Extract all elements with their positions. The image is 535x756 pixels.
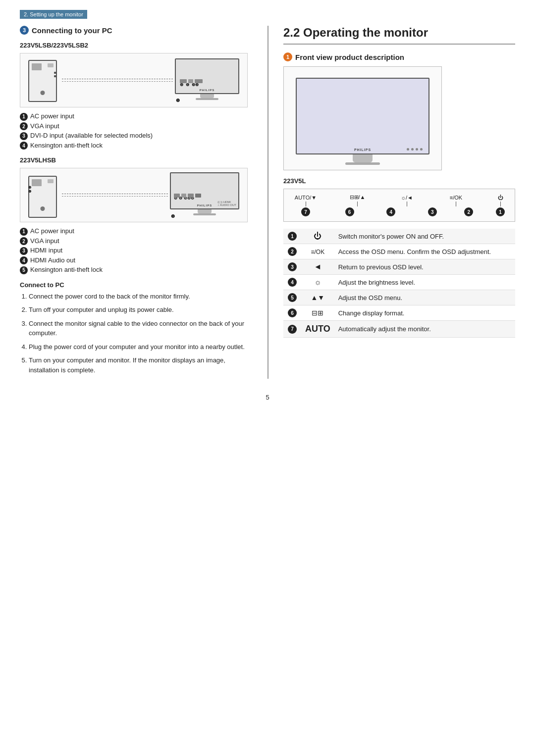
auto-icon: AUTO	[305, 324, 330, 334]
row4-desc: Adjust the brightness level.	[334, 275, 515, 290]
btn-label-power: ⏻	[493, 195, 508, 201]
table-row: 4 ☼ Adjust the brightness level.	[283, 275, 515, 290]
table-row: 2 ≡/OK Access the OSD menu. Confirm the …	[283, 244, 515, 259]
list-item: 4Kensington anti-theft lock	[20, 142, 248, 150]
back-arrow-icon: ◄	[314, 262, 321, 271]
breadcrumb-text: 2. Setting up the monitor	[20, 10, 87, 19]
step-4: Plug the power cord of your computer and…	[29, 342, 248, 352]
button-diagram: AUTO/▼ ⊟⊞/▲ ☼/◄ ≡/OK ⏻ 7 6	[283, 189, 515, 222]
row5-desc: Adjust the OSD menu.	[334, 290, 515, 305]
section1-header: 1 Front view product description	[283, 52, 515, 61]
display-format-icon: ⊟⊞	[312, 309, 323, 317]
model1-label: 223V5LSB/223V5LSB2	[20, 42, 248, 49]
list-item: 2VGA input	[20, 237, 248, 246]
power-icon: ⏻	[314, 232, 321, 240]
front-view-diagram: PHILIPS	[283, 66, 442, 170]
btn-num-6: 6	[345, 207, 354, 216]
list-item: 3DVI-D input (available for selected mod…	[20, 132, 248, 140]
list-item: 1AC power input	[20, 112, 248, 121]
arrows-icon: ▲▼	[311, 294, 324, 302]
btn-label-6: ⊟⊞/▲	[345, 194, 370, 201]
section1-badge: 1	[283, 52, 292, 61]
model1-diagram: PHILIPS ❷ ❶ ❸❷	[20, 53, 248, 107]
table-row: 7 AUTO Automatically adjust the monitor.	[283, 321, 515, 338]
monitor-base	[345, 162, 380, 165]
row7-desc: Automatically adjust the monitor.	[334, 321, 515, 338]
page-number: 5	[20, 394, 515, 401]
section-22-title: 2.2 Operating the monitor	[283, 26, 515, 45]
table-row: 1 ⏻ Switch monitor's power ON and OFF.	[283, 229, 515, 244]
btn-label-3: ≡/OK	[444, 195, 469, 201]
monitor-brand-label: PHILIPS	[354, 148, 371, 151]
btn-num-4: 4	[386, 207, 395, 216]
list-item: 2VGA input	[20, 122, 248, 131]
list-item: 5Kensington anti-theft lock	[20, 266, 248, 274]
step-3: Connect the monitor signal cable to the …	[29, 319, 248, 338]
btn-num-1: 1	[496, 207, 505, 216]
btn-num-3: 3	[428, 207, 437, 216]
function-table: 1 ⏻ Switch monitor's power ON and OFF. 2…	[283, 229, 515, 338]
model2-bullets: 1AC power input 2VGA input 3HDMI input 4…	[20, 227, 248, 274]
connect-to-pc-title: Connect to PC	[20, 281, 248, 289]
model2-diagram: ❸❷ PHILIPS ❺ ❶ ❸❷❷	[20, 168, 248, 222]
btn-label-auto: AUTO/▼	[291, 195, 321, 201]
brightness-icon: ☼	[314, 278, 321, 286]
left-column: 3 Connecting to your PC 223V5LSB/223V5LS…	[20, 26, 248, 379]
row2-num: 2	[288, 247, 297, 256]
row2-desc: Access the OSD menu. Confirm the OSD adj…	[334, 244, 515, 259]
list-item: 3HDMI input	[20, 247, 248, 255]
btn-num-7: 7	[301, 207, 310, 216]
row6-desc: Change display format.	[334, 305, 515, 321]
row1-num: 1	[288, 232, 297, 241]
row3-desc: Return to previous OSD level.	[334, 259, 515, 275]
model2-label: 223V5LHSB	[20, 156, 248, 164]
model1-bullets: 1AC power input 2VGA input 3DVI-D input …	[20, 112, 248, 150]
breadcrumb-bar: 2. Setting up the monitor	[20, 10, 515, 26]
list-item: 1AC power input	[20, 227, 248, 236]
monitor-stand	[353, 154, 373, 162]
section3-header: 3 Connecting to your PC	[20, 26, 248, 35]
table-row: 3 ◄ Return to previous OSD level.	[283, 259, 515, 275]
right-column: 2.2 Operating the monitor 1 Front view p…	[268, 26, 515, 379]
list-item: 4HDMI Audio out	[20, 256, 248, 265]
table-row: 6 ⊟⊞ Change display format.	[283, 305, 515, 321]
table-row: 5 ▲▼ Adjust the OSD menu.	[283, 290, 515, 305]
section3-title: Connecting to your PC	[32, 26, 112, 35]
step-5: Turn on your computer and monitor. If th…	[29, 355, 248, 375]
connect-steps: Connect the power cord to the back of th…	[20, 292, 248, 375]
row1-desc: Switch monitor's power ON and OFF.	[334, 229, 515, 244]
row3-num: 3	[288, 262, 297, 271]
row5-num: 5	[288, 293, 297, 302]
step-2: Turn off your computer and unplug its po…	[29, 305, 248, 315]
monitor-screen: PHILIPS	[296, 78, 429, 154]
ok-icon: ≡/OK	[311, 249, 324, 255]
model-223v5l-label: 223V5L	[283, 177, 515, 185]
row4-num: 4	[288, 278, 297, 287]
section1-title: Front view product description	[295, 53, 404, 61]
row6-num: 6	[288, 308, 297, 317]
step-1: Connect the power cord to the back of th…	[29, 292, 248, 302]
row7-num: 7	[288, 325, 297, 334]
btn-label-4: ☼/◄	[394, 195, 419, 201]
section3-badge: 3	[20, 26, 29, 35]
btn-num-2: 2	[464, 207, 473, 216]
